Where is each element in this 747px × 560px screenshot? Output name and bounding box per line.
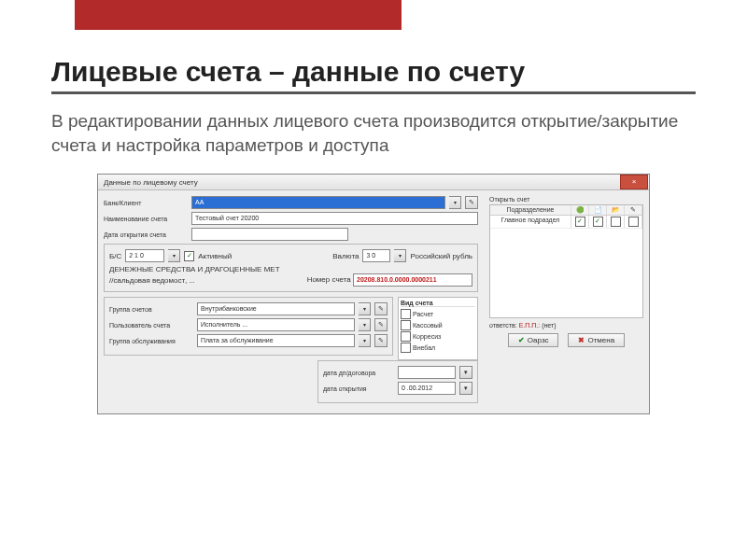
x-icon: ✖ [578, 336, 585, 344]
active-label: Активный [198, 252, 232, 260]
list-item[interactable]: Расчет [401, 309, 475, 319]
user-dropdown-icon[interactable]: ▾ [359, 318, 371, 331]
user-label: Пользователь счета [109, 322, 193, 329]
window-title: Данные по лицевому счету [104, 178, 198, 187]
bs-dropdown-icon[interactable]: ▾ [168, 249, 180, 262]
group-dropdown-icon[interactable]: ▾ [359, 302, 371, 315]
currency-name: Российский рубль [410, 252, 472, 260]
svcgroup-input[interactable]: Плата за обслуживание [197, 334, 355, 347]
svcgroup-edit-button[interactable]: ✎ [374, 334, 388, 347]
contractdate-picker-icon[interactable]: ▾ [459, 366, 472, 379]
user-edit-button[interactable]: ✎ [374, 318, 388, 331]
params-section: Группа счетов Внутрибанковские ▾ ✎ Польз… [104, 297, 393, 356]
accnumber-value[interactable]: 20208.810.0.0000.0000211 [353, 273, 472, 287]
close-button[interactable]: × [620, 175, 648, 189]
bs-label: Б/С [109, 252, 121, 260]
check-icon: ✔ [518, 336, 525, 344]
perm-col-name: Подразделение [490, 205, 571, 215]
right-links: Открыть счет [489, 196, 643, 203]
svcgroup-dropdown-icon[interactable]: ▾ [359, 334, 371, 347]
client-edit-button[interactable]: ✎ [465, 196, 478, 209]
perm-ico-3: 📂 [607, 205, 625, 215]
opendate2-picker-icon[interactable]: ▾ [459, 382, 472, 395]
perm-ico-4: ✎ [625, 205, 642, 215]
account-desc1: ДЕНЕЖНЫЕ СРЕДСТВА И ДРАГОЦЕННЫЕ МЕТ [109, 265, 472, 273]
perm-ico-2: 📄 [589, 205, 607, 215]
svcgroup-label: Группа обслуживания [109, 338, 193, 344]
slide-subtitle: В редактировании данных лицевого счета п… [51, 109, 696, 157]
accnumber-label: Номер счета [307, 275, 351, 284]
user-input[interactable]: Исполнитель ... [197, 318, 355, 331]
responsible-row: ответств: Е.П.П.: (нет) [489, 322, 643, 329]
ok-button[interactable]: ✔ Оарзс [508, 333, 559, 347]
group-edit-button[interactable]: ✎ [374, 302, 388, 315]
slide-title: Лицевые счета – данные по счету [51, 56, 696, 88]
title-underline [51, 91, 696, 94]
active-checkbox[interactable]: ✓ [184, 251, 194, 261]
account-desc2: //сальдовая ведомост‚ ... [109, 276, 195, 285]
category-list: Вид счета Расчет Кассовый Корресиз Внеба… [398, 297, 478, 360]
window-titlebar: Данные по лицевому счету × [98, 175, 649, 190]
currency-label: Валюта [332, 252, 359, 260]
client-label: Банк/Клиент [104, 200, 188, 206]
currency-code-input[interactable]: 3 0 [362, 249, 390, 262]
link-open[interactable]: Открыть счет [489, 196, 529, 203]
app-window: Данные по лицевому счету × Банк/Клиент А… [97, 174, 650, 414]
perm-ico-1: 🟢 [571, 205, 589, 215]
table-row[interactable]: Главное подраздел ✓ ✓ [490, 216, 642, 229]
contractdate-input[interactable] [398, 366, 456, 379]
opendate2-label: дата открытия [323, 385, 394, 392]
client-dropdown-icon[interactable]: ▾ [449, 196, 461, 209]
account-section: Б/С 2 1 0 ▾ ✓ Активный Валюта 3 0 ▾ Росс… [104, 244, 478, 292]
accname-label: Наименование счета [104, 216, 188, 222]
opendate2-input[interactable]: 0 .00.2012 [398, 382, 456, 395]
slide-top-accent [75, 0, 402, 30]
opendate-label: Дата открытия счета [104, 231, 188, 238]
dates-section: дата дп/договора ▾ дата открытия 0 .00.2… [317, 360, 478, 403]
cancel-button[interactable]: ✖ Отмена [568, 333, 625, 347]
accname-input[interactable]: Тестовый счет 20200 [191, 212, 478, 225]
catlist-header: Вид счета [401, 300, 475, 307]
opendate-input[interactable] [191, 228, 348, 241]
list-item[interactable]: Внебал [401, 343, 475, 353]
group-input[interactable]: Внутрибанковские [197, 302, 355, 315]
currency-dropdown-icon[interactable]: ▾ [394, 249, 406, 262]
list-item[interactable]: Кассовый [401, 320, 475, 330]
list-item[interactable]: Корресиз [401, 331, 475, 342]
bs-input[interactable]: 2 1 0 [125, 249, 164, 262]
contractdate-label: дата дп/договора [323, 370, 394, 376]
client-input[interactable]: АА [191, 196, 445, 209]
permissions-table: Подразделение 🟢 📄 📂 ✎ Главное подраздел … [489, 204, 643, 318]
group-label: Группа счетов [109, 306, 193, 313]
